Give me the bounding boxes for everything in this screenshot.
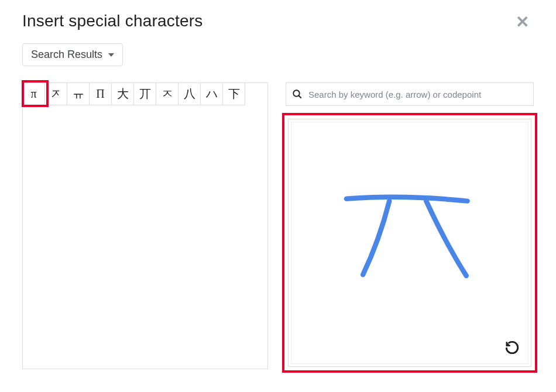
char-cell[interactable]: 大 — [112, 83, 134, 105]
svg-line-1 — [298, 95, 301, 98]
dialog-content: π ᅎ ㅠ Π 大 丌 ㅈ 八 ハ 下 — [22, 82, 534, 369]
char-cell[interactable]: ᅎ — [45, 83, 67, 105]
category-row: Search Results — [22, 43, 534, 66]
char-cell[interactable]: ㅈ — [156, 83, 179, 105]
draw-pad[interactable] — [288, 119, 531, 367]
chevron-down-icon — [108, 53, 114, 57]
char-cell[interactable]: ハ — [201, 83, 223, 105]
user-drawing — [291, 122, 528, 363]
category-label: Search Results — [31, 49, 102, 61]
undo-icon — [504, 340, 520, 355]
close-button[interactable]: ✕ — [511, 12, 534, 33]
draw-pad-inner — [291, 122, 528, 364]
svg-point-0 — [293, 90, 300, 97]
char-cell[interactable]: ㅠ — [67, 83, 90, 105]
right-panel — [286, 82, 534, 369]
character-grid: π ᅎ ㅠ Π 大 丌 ㅈ 八 ハ 下 — [23, 83, 267, 105]
dialog-title: Insert special characters — [22, 12, 203, 30]
close-icon: ✕ — [516, 13, 529, 31]
category-dropdown[interactable]: Search Results — [22, 43, 123, 66]
search-icon — [292, 89, 303, 99]
special-characters-dialog: Insert special characters ✕ Search Resul… — [6, 0, 550, 392]
draw-area-wrapper — [286, 116, 534, 369]
char-cell[interactable]: π — [23, 83, 45, 105]
char-cell[interactable]: 八 — [179, 83, 201, 105]
char-cell[interactable]: Π — [90, 83, 112, 105]
char-cell[interactable]: 丌 — [134, 83, 156, 105]
undo-button[interactable] — [504, 340, 520, 357]
dialog-header: Insert special characters ✕ — [22, 12, 534, 33]
search-input[interactable] — [308, 90, 527, 99]
results-panel: π ᅎ ㅠ Π 大 丌 ㅈ 八 ハ 下 — [22, 82, 268, 369]
char-cell[interactable]: 下 — [223, 83, 245, 105]
search-box[interactable] — [286, 82, 534, 106]
